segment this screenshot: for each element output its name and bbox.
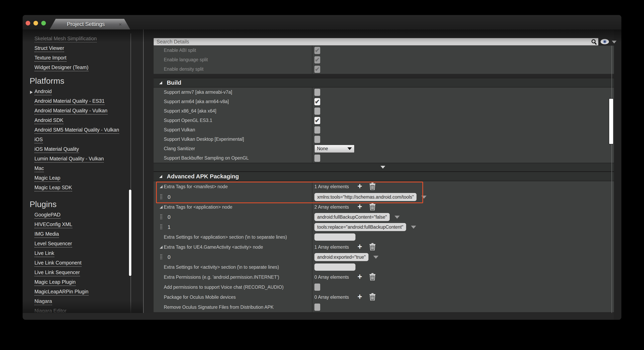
sidebar-item-struct-viewer[interactable]: Struct Viewer (23, 44, 143, 54)
checkmark-icon: ✔ (315, 66, 320, 72)
sidebar-item-android-sm5-material-quality-vulkan[interactable]: Android SM5 Material Quality - Vulkan (23, 126, 143, 136)
checkbox[interactable] (314, 154, 320, 162)
value-input[interactable]: tools:replace="android:fullBackupContent… (314, 223, 406, 231)
sidebar-item-magic-leap[interactable]: Magic Leap (23, 174, 143, 184)
setting-label: Extra Tags for UE4.GameActivity <activit… (164, 244, 263, 250)
section-expander-icon[interactable] (159, 81, 162, 84)
sidebar-item-mac[interactable]: Mac (23, 164, 143, 174)
settings-row: Remove Oculus Signature Files from Distr… (154, 302, 614, 312)
add-element-button[interactable]: + (358, 202, 362, 211)
array-element-row: 1 tools:replace="android:fullBackupConte… (154, 222, 614, 232)
checkbox[interactable] (314, 284, 320, 291)
chevron-down-icon[interactable] (421, 196, 426, 199)
expander-icon[interactable] (160, 246, 162, 249)
zoom-window-button[interactable] (41, 21, 46, 26)
checkbox[interactable]: ✔ (314, 98, 320, 105)
checkbox[interactable] (314, 304, 320, 311)
add-element-button[interactable]: + (358, 182, 362, 190)
sidebar-item-skeletal-mesh-simplification[interactable]: Skeletal Mesh Simplification (23, 35, 143, 44)
drag-handle-icon[interactable] (160, 224, 162, 230)
setting-label: Support Backbuffer Sampling on OpenGL (164, 156, 249, 161)
delete-elements-button[interactable] (369, 273, 376, 281)
checkbox[interactable]: ✔ (314, 47, 320, 54)
expander-icon[interactable] (160, 206, 162, 209)
details-scrollbar-track[interactable] (612, 46, 612, 313)
array-count-label: 2 Array elements (314, 204, 349, 210)
close-tab-icon[interactable]: × (119, 22, 122, 28)
array-setting-row: Extra Tags for <application> node 2 Arra… (154, 202, 614, 212)
sidebar-item-android[interactable]: Android (23, 88, 143, 97)
setting-label: Extra Tags for <application> node (164, 204, 232, 210)
settings-row: Enable language split ✔ (154, 55, 614, 64)
sidebar-item-live-link-component[interactable]: Live Link Component (23, 259, 143, 268)
delete-elements-button[interactable] (369, 203, 376, 211)
add-element-button[interactable]: + (358, 292, 362, 301)
value-input[interactable]: android:exported="true" (314, 253, 368, 261)
delete-elements-button[interactable] (369, 243, 376, 251)
drag-handle-icon[interactable] (160, 194, 162, 200)
sidebar-item-android-material-quality-es31[interactable]: Android Material Quality - ES31 (23, 97, 143, 107)
drag-handle-icon[interactable] (160, 214, 162, 220)
sidebar-item-live-link[interactable]: Live Link (23, 249, 143, 259)
title-bar[interactable]: Project Settings × (23, 15, 621, 30)
sidebar-item-img-media[interactable]: IMG Media (23, 230, 143, 240)
checkbox[interactable] (314, 89, 320, 96)
value-input[interactable]: xmlns:tools="http://schemas.android.com/… (314, 193, 416, 201)
sidebar-item-ios[interactable]: iOS (23, 136, 143, 145)
view-options-eye-icon[interactable] (600, 39, 609, 46)
sidebar-item-android-sdk[interactable]: Android SDK (23, 116, 143, 126)
delete-elements-button[interactable] (369, 182, 376, 191)
setting-label: Support Vulkan Desktop [Experimental] (164, 136, 244, 142)
checkbox[interactable]: ✔ (314, 66, 320, 73)
sidebar-item-lumin-material-quality-vulkan[interactable]: Lumin Material Quality - Vulkan (23, 155, 143, 164)
minimize-window-button[interactable] (34, 21, 38, 26)
checkbox[interactable] (314, 108, 320, 115)
details-scrollbar-thumb[interactable] (609, 98, 614, 144)
settings-sidebar: Skeletal Mesh Simplification Struct View… (23, 30, 143, 313)
array-element-index: 0 (168, 254, 170, 260)
setting-label: Support Vulkan (164, 127, 195, 132)
settings-row: Extra Settings for <activity> section (\… (154, 262, 614, 272)
checkbox[interactable]: ✔ (314, 117, 320, 124)
chevron-down-icon[interactable] (394, 216, 400, 219)
sidebar-item-magic-leap-sdk[interactable]: Magic Leap SDK (23, 184, 143, 193)
sidebar-item-magic-leap-plugin[interactable]: Magic Leap Plugin (23, 278, 143, 288)
sidebar-item-widget-designer-team-[interactable]: Widget Designer (Team) (23, 64, 143, 73)
view-options-caret-icon[interactable] (612, 41, 616, 44)
setting-label: Support x86_64 [aka x64] (164, 108, 216, 114)
sidebar-item-level-sequencer[interactable]: Level Sequencer (23, 240, 143, 249)
sidebar-item-label: Live Link Component (34, 259, 82, 267)
section-expander-icon[interactable] (159, 175, 162, 178)
settings-rows: Enable ABI split ✔ Enable language split… (154, 46, 614, 313)
array-element-row: 0 android:fullBackupContent="false" (154, 212, 614, 222)
dropdown-select[interactable]: None (314, 145, 354, 153)
value-input[interactable]: android:fullBackupContent="false" (314, 213, 390, 221)
add-element-button[interactable]: + (358, 242, 362, 251)
text-input[interactable] (314, 264, 356, 271)
sidebar-scrollbar-thumb[interactable] (128, 189, 132, 276)
sidebar-item-hiveconfig-xml[interactable]: HIVEConfig XML (23, 220, 143, 230)
section-header-apk[interactable]: Advanced APK Packaging (154, 172, 614, 181)
sidebar-item-googlepad[interactable]: GooglePAD (23, 211, 143, 220)
drag-handle-icon[interactable] (160, 254, 162, 260)
section-header-build[interactable]: Build (154, 78, 614, 88)
close-window-button[interactable] (26, 21, 30, 26)
show-advanced-icon[interactable] (380, 166, 385, 168)
text-input[interactable] (314, 234, 356, 241)
sidebar-item-ios-material-quality[interactable]: iOS Material Quality (23, 145, 143, 155)
sidebar-item-live-link-sequencer[interactable]: Live Link Sequencer (23, 268, 143, 278)
expander-icon[interactable] (160, 185, 162, 188)
checkbox[interactable] (314, 136, 320, 143)
setting-label: Extra Tags for <manifest> node (164, 184, 228, 190)
chevron-down-icon[interactable] (373, 256, 378, 259)
checkbox[interactable] (314, 126, 320, 134)
chevron-down-icon[interactable] (411, 226, 416, 229)
add-element-button[interactable]: + (358, 272, 362, 281)
sidebar-item-texture-import[interactable]: Texture Import (23, 54, 143, 64)
sidebar-item-android-material-quality-vulkan[interactable]: Android Material Quality - Vulkan (23, 107, 143, 116)
sidebar-item-magicleaparpin-plugin[interactable]: MagicLeapARPin Plugin (23, 288, 143, 297)
delete-elements-button[interactable] (369, 293, 376, 301)
checkbox[interactable]: ✔ (314, 56, 320, 64)
search-input[interactable] (154, 38, 598, 46)
tab-project-settings[interactable]: Project Settings × (50, 19, 130, 30)
